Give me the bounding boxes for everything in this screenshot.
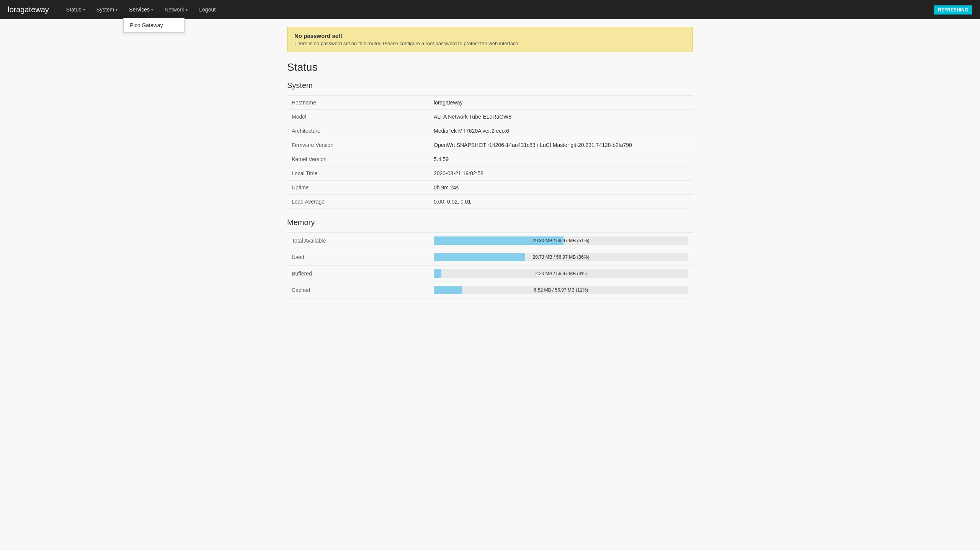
row-value: MediaTek MT7620A ver:2 eco:6 xyxy=(429,124,693,138)
progress-label: 29.30 MB / 56.97 MB (51%) xyxy=(434,236,688,245)
row-value: loragateway xyxy=(429,96,693,110)
progress-bar: 2.20 MB / 56.97 MB (3%) xyxy=(434,269,688,278)
table-row: ArchitectureMediaTek MT7620A ver:2 eco:6 xyxy=(287,124,693,138)
table-row: Hostnameloragateway xyxy=(287,96,693,110)
chevron-down-icon: ▾ xyxy=(116,8,118,12)
nav-right: REFRESHING xyxy=(934,7,972,13)
memory-row: Buffered 2.20 MB / 56.97 MB (3%) xyxy=(287,266,693,282)
progress-bar: 20.73 MB / 56.97 MB (36%) xyxy=(434,253,688,261)
nav-link-logout[interactable]: Logout xyxy=(193,1,221,18)
alert-warning: No password set! There is no password se… xyxy=(287,27,693,52)
row-label: Kernel Version xyxy=(287,152,429,166)
row-value: 2020-08-21 19:02:58 xyxy=(429,166,693,181)
memory-label: Total Available xyxy=(287,233,429,249)
refreshing-badge: REFRESHING xyxy=(934,5,972,15)
row-value: ALFA Network Tube-ELoRaGW8 xyxy=(429,110,693,124)
table-row: Load Average0.00, 0.02, 0.01 xyxy=(287,195,693,209)
memory-bar-cell: 20.73 MB / 56.97 MB (36%) xyxy=(429,249,693,266)
memory-row: Total Available 29.30 MB / 56.97 MB (51%… xyxy=(287,233,693,249)
row-label: Firmware Version xyxy=(287,138,429,152)
system-table: HostnameloragatewayModelALFA Network Tub… xyxy=(287,95,693,209)
row-label: Architecture xyxy=(287,124,429,138)
alert-message: There is no password set on this router.… xyxy=(294,41,686,46)
row-label: Load Average xyxy=(287,195,429,209)
chevron-down-icon: ▾ xyxy=(186,8,188,12)
table-row: Kernel Version5.4.59 xyxy=(287,152,693,166)
row-label: Hostname xyxy=(287,96,429,110)
memory-label: Buffered xyxy=(287,266,429,282)
alert-title: No password set! xyxy=(294,33,686,39)
nav-item-logout: Logout xyxy=(193,1,221,18)
row-label: Local Time xyxy=(287,166,429,181)
nav-link-status[interactable]: Status ▾ xyxy=(60,1,91,18)
nav-link-services[interactable]: Services ▾ xyxy=(123,1,159,18)
progress-label: 6.52 MB / 56.97 MB (11%) xyxy=(434,286,688,294)
memory-bar-cell: 29.30 MB / 56.97 MB (51%) xyxy=(429,233,693,249)
table-row: Uptime0h 9m 24s xyxy=(287,181,693,195)
table-row: Firmware VersionOpenWrt SNAPSHOT r14206-… xyxy=(287,138,693,152)
row-value: OpenWrt SNAPSHOT r14206-14ae431c83 / LuC… xyxy=(429,138,693,152)
system-section-title: System xyxy=(287,81,693,91)
memory-table: Total Available 29.30 MB / 56.97 MB (51%… xyxy=(287,232,693,298)
progress-label: 2.20 MB / 56.97 MB (3%) xyxy=(434,269,688,278)
row-value: 0h 9m 24s xyxy=(429,181,693,195)
brand-link[interactable]: loragateway xyxy=(8,5,49,14)
memory-bar-cell: 2.20 MB / 56.97 MB (3%) xyxy=(429,266,693,282)
table-row: Local Time2020-08-21 19:02:58 xyxy=(287,166,693,181)
memory-section-title: Memory xyxy=(287,218,693,228)
nav-link-network[interactable]: Network ▾ xyxy=(159,1,193,18)
nav-menu: Status ▾ System ▾ Services ▾ Pico Gatewa… xyxy=(60,1,934,18)
nav-item-services: Services ▾ Pico Gateway xyxy=(123,1,159,18)
services-dropdown: Pico Gateway xyxy=(123,18,185,33)
memory-label: Used xyxy=(287,249,429,266)
page-title: Status xyxy=(287,61,693,73)
chevron-down-icon: ▾ xyxy=(83,8,85,12)
main-content: No password set! There is no password se… xyxy=(279,19,701,306)
nav-item-system: System ▾ xyxy=(91,1,124,18)
nav-item-status: Status ▾ xyxy=(60,1,91,18)
row-value: 0.00, 0.02, 0.01 xyxy=(429,195,693,209)
progress-bar: 29.30 MB / 56.97 MB (51%) xyxy=(434,236,688,245)
nav-link-system[interactable]: System ▾ xyxy=(91,1,124,18)
memory-bar-cell: 6.52 MB / 56.97 MB (11%) xyxy=(429,282,693,298)
memory-row: Used 20.73 MB / 56.97 MB (36%) xyxy=(287,249,693,266)
table-row: ModelALFA Network Tube-ELoRaGW8 xyxy=(287,110,693,124)
row-label: Model xyxy=(287,110,429,124)
memory-label: Cached xyxy=(287,282,429,298)
chevron-down-icon: ▾ xyxy=(151,8,153,12)
row-label: Uptime xyxy=(287,181,429,195)
dropdown-item-pico-gateway[interactable]: Pico Gateway xyxy=(124,18,184,32)
row-value: 5.4.59 xyxy=(429,152,693,166)
progress-label: 20.73 MB / 56.97 MB (36%) xyxy=(434,253,688,261)
progress-bar: 6.52 MB / 56.97 MB (11%) xyxy=(434,286,688,294)
nav-item-network: Network ▾ xyxy=(159,1,193,18)
navbar: loragateway Status ▾ System ▾ Services ▾… xyxy=(0,0,980,19)
memory-row: Cached 6.52 MB / 56.97 MB (11%) xyxy=(287,282,693,298)
